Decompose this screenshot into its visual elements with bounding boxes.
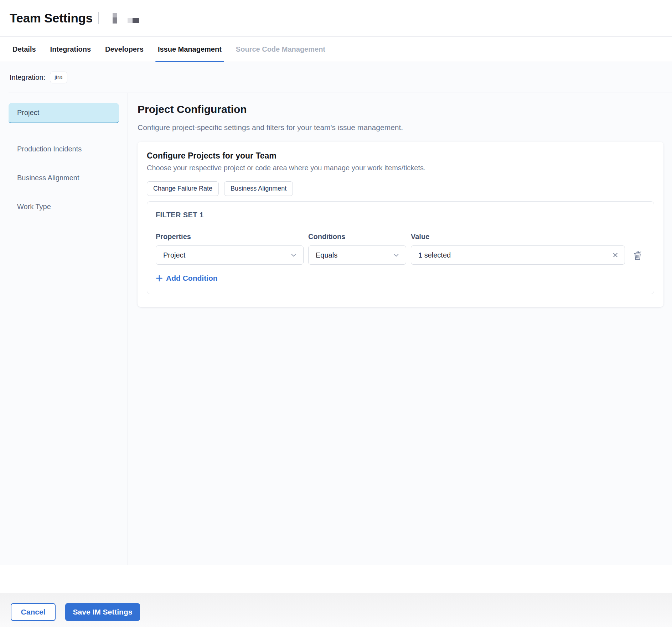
plus-icon <box>156 275 163 282</box>
chevron-down-icon <box>290 251 298 259</box>
metric-chips: Change Failure Rate Business Alignment <box>147 181 654 196</box>
card-subtitle: Choose your respective project or code a… <box>147 164 654 172</box>
horizontal-divider <box>9 93 672 93</box>
footer-action-bar: Cancel Save IM Settings <box>0 594 672 627</box>
properties-select[interactable]: Project <box>156 245 304 265</box>
tab-integrations[interactable]: Integrations <box>50 37 91 62</box>
page-header: Team Settings <box>0 0 672 37</box>
conditions-select[interactable]: Equals <box>308 245 406 265</box>
cancel-button[interactable]: Cancel <box>11 603 56 621</box>
trash-icon <box>633 250 642 260</box>
value-multiselect[interactable]: 1 selected <box>411 245 625 265</box>
conditions-select-value: Equals <box>316 251 392 259</box>
sidebar-item-work-type[interactable]: Work Type <box>9 197 119 217</box>
sidebar-item-production-incidents[interactable]: Production Incidents <box>9 139 119 159</box>
delete-filter-button[interactable] <box>630 250 645 260</box>
settings-sidebar: Project Production Incidents Business Al… <box>9 103 119 217</box>
conditions-column-label: Conditions <box>308 233 406 241</box>
vertical-divider <box>128 93 128 565</box>
sidebar-item-business-alignment[interactable]: Business Alignment <box>9 168 119 188</box>
filter-column-labels: Properties Conditions Value <box>156 233 645 241</box>
save-im-settings-button[interactable]: Save IM Settings <box>65 603 140 621</box>
team-settings-page: Team Settings Details Integrations Devel… <box>0 0 672 627</box>
value-selected-count: 1 selected <box>418 251 612 259</box>
properties-column-label: Properties <box>156 233 304 241</box>
add-condition-button[interactable]: Add Condition <box>156 274 218 283</box>
tab-details[interactable]: Details <box>12 37 36 62</box>
close-icon[interactable] <box>612 252 619 259</box>
tab-issue-management[interactable]: Issue Management <box>158 37 222 62</box>
value-column-label: Value <box>411 233 625 241</box>
redacted-team-name <box>128 18 139 23</box>
configure-projects-card: Configure Projects for your Team Choose … <box>138 142 663 307</box>
filter-row: Project Equals 1 selecte <box>156 245 645 265</box>
sidebar-item-project[interactable]: Project <box>9 103 119 123</box>
integration-badge: jira <box>50 72 67 83</box>
filter-set-1: FILTER SET 1 Properties Conditions Value… <box>147 201 654 294</box>
add-condition-label: Add Condition <box>166 274 218 283</box>
page-title: Team Settings <box>10 11 93 25</box>
title-separator <box>98 12 99 24</box>
properties-select-value: Project <box>163 251 290 259</box>
section-subtitle: Configure project-specific settings and … <box>138 123 663 132</box>
content-area: Integration: jira Project Production Inc… <box>0 62 672 565</box>
tab-source-code-management: Source Code Management <box>236 37 325 62</box>
chip-business-alignment[interactable]: Business Alignment <box>224 181 293 196</box>
filter-set-title: FILTER SET 1 <box>156 211 645 219</box>
tab-developers[interactable]: Developers <box>105 37 144 62</box>
chevron-down-icon <box>392 251 400 259</box>
main-panel: Project Configuration Configure project-… <box>138 103 663 307</box>
chip-change-failure-rate[interactable]: Change Failure Rate <box>147 181 219 196</box>
tab-bar: Details Integrations Developers Issue Ma… <box>0 37 672 62</box>
card-title: Configure Projects for your Team <box>147 151 654 161</box>
redacted-team-badge <box>113 13 117 24</box>
section-title: Project Configuration <box>138 103 663 115</box>
footer-spacer <box>0 565 672 594</box>
integration-row: Integration: jira <box>0 62 672 93</box>
integration-label: Integration: <box>10 73 45 82</box>
